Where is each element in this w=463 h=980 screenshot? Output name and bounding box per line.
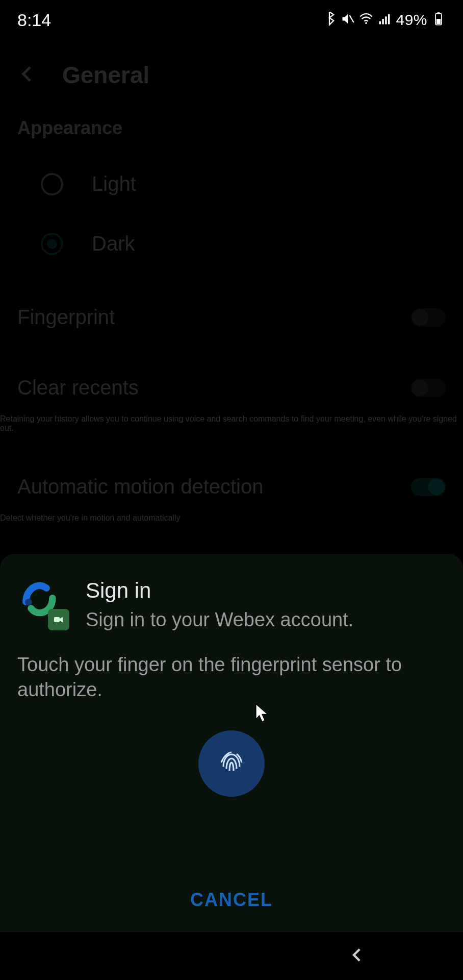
divider [0,456,463,457]
status-bar: 8:14 49% [0,0,463,40]
radio-icon [41,173,63,195]
setting-description: Retaining your history allows you to con… [0,414,463,433]
svg-rect-8 [438,12,440,14]
divider [0,357,463,358]
modal-instruction: Touch your finger on the fingerprint sen… [17,652,446,703]
svg-rect-6 [388,14,390,24]
svg-line-1 [350,15,354,22]
page-title: General [62,61,149,89]
video-badge-icon [48,609,69,630]
signal-icon [377,10,392,30]
radio-icon [41,233,63,255]
radio-label: Light [92,173,136,195]
modal-title: Sign in [86,578,353,603]
fingerprint-toggle-row[interactable]: Fingerprint [0,287,463,344]
setting-title: Fingerprint [17,306,115,329]
setting-title: Clear recents [17,376,139,399]
divider [0,287,463,287]
mute-vibrate-icon [341,10,355,30]
battery-icon [431,10,446,30]
toggle-switch[interactable] [411,379,446,397]
toggle-switch[interactable] [411,478,446,496]
setting-description: Detect whether you're in motion and auto… [0,513,463,523]
clear-recents-row[interactable]: Clear recents Retaining your history all… [0,358,463,443]
cancel-button[interactable]: CANCEL [190,872,273,921]
svg-rect-4 [382,19,384,24]
appearance-section-label: Appearance [0,104,463,154]
wifi-icon [359,10,373,30]
radio-label: Dark [92,232,135,255]
motion-detection-row[interactable]: Automatic motion detection Detect whethe… [0,457,463,533]
fingerprint-sensor-button[interactable] [198,730,265,797]
svg-point-2 [366,22,368,24]
fingerprint-icon [215,746,248,781]
fingerprint-signin-modal: Sign in Sign in to your Webex account. T… [0,554,463,932]
appearance-option-dark[interactable]: Dark [0,214,463,274]
nav-back-icon[interactable] [349,946,366,966]
appearance-option-light[interactable]: Light [0,154,463,214]
svg-rect-11 [54,617,60,622]
battery-percent: 49% [396,11,427,29]
status-time: 8:14 [17,10,51,30]
svg-rect-3 [379,21,381,24]
webex-app-icon [17,578,66,627]
android-nav-bar [0,932,463,980]
svg-rect-9 [436,19,441,24]
setting-title: Automatic motion detection [17,475,263,498]
svg-point-10 [25,599,32,605]
svg-rect-5 [385,16,388,24]
toggle-switch[interactable] [411,308,446,327]
back-icon[interactable] [17,64,38,86]
bluetooth-icon [322,10,337,30]
modal-subtitle: Sign in to your Webex account. [86,609,353,631]
